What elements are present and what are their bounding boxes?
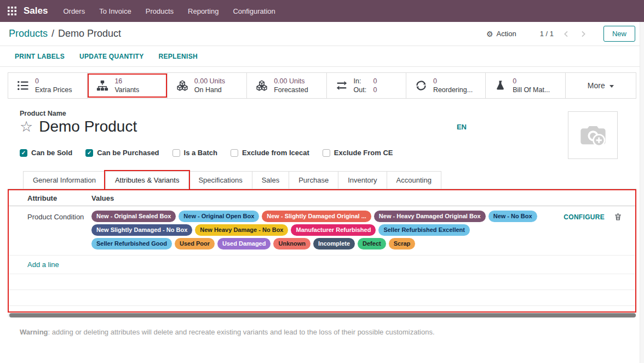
checkbox-label: Is a Batch [184, 149, 217, 157]
tab-specifications[interactable]: Specifications [188, 171, 252, 189]
unchecked-checkbox-box[interactable] [323, 149, 330, 157]
checkbox-is-a-batch[interactable]: Is a Batch [173, 149, 217, 157]
stat-button-in-out[interactable]: In:0Out:0 [327, 73, 406, 98]
tab-attributes-variants[interactable]: Attributes & Variants [105, 171, 189, 189]
nav-menu-configuration[interactable]: Configuration [233, 7, 275, 15]
attribute-value-tag[interactable]: Incomplete [313, 238, 355, 249]
stat-button-reordering[interactable]: 0Reordering... [406, 73, 486, 98]
favorite-star-icon[interactable]: ☆ [20, 120, 33, 134]
table-header-row: Attribute Values [9, 190, 635, 206]
breadcrumb-current: Demo Product [58, 28, 121, 39]
vertical-scrollbar[interactable] [640, 22, 644, 363]
checkbox-can-be-sold[interactable]: ✓Can be Sold [20, 149, 72, 157]
column-header-values[interactable]: Values [91, 194, 635, 202]
checkbox-label: Exclude From CE [334, 149, 393, 157]
checkbox-label: Exclude from Icecat [242, 149, 309, 157]
checked-checkbox-box[interactable]: ✓ [85, 149, 93, 157]
gear-icon: ⚙ [486, 30, 493, 38]
attribute-name[interactable]: Product Condition [27, 211, 91, 249]
warning-text: Warning: adding or deleting attributes w… [20, 328, 624, 336]
stat-value: 0 [513, 77, 550, 86]
empty-row [9, 274, 635, 290]
stat-text: 0Reordering... [433, 77, 473, 95]
stat-value: 0.00 Units [194, 77, 225, 86]
attribute-value-tag[interactable]: New - Slightly Damaged Original ... [262, 211, 371, 222]
action-menu-button[interactable]: ⚙ Action [486, 30, 516, 38]
attribute-value-tag[interactable]: Seller Refurbished Excellent [378, 224, 470, 236]
exchange-icon [336, 80, 348, 92]
tab-purchase[interactable]: Purchase [289, 171, 338, 189]
stat-button-variants[interactable]: 16Variants [88, 73, 167, 98]
stat-line-label: Out: [354, 86, 373, 94]
attribute-value-tag[interactable]: Seller Refurbished Good [91, 238, 172, 249]
attribute-value-tag[interactable]: New Heavy Damage - No Box [195, 224, 288, 236]
replenish-button[interactable]: REPLENISH [159, 53, 198, 60]
checkbox-label: Can be Sold [31, 149, 72, 157]
app-name[interactable]: Sales [24, 5, 48, 16]
attribute-value-tag[interactable]: Manufacturer Refurbished [291, 224, 376, 236]
product-name[interactable]: Demo Product [39, 118, 137, 135]
attribute-value-tag[interactable]: Used Poor [175, 238, 215, 249]
stat-label: On Hand [194, 86, 225, 94]
stat-text: 16Variants [114, 77, 139, 95]
trash-icon[interactable] [614, 213, 622, 221]
pager-next-button[interactable] [579, 30, 588, 38]
product-image-placeholder[interactable] [568, 111, 618, 159]
checkbox-exclude-from-ce[interactable]: Exclude From CE [323, 149, 393, 157]
checkbox-can-be-purchased[interactable]: ✓Can be Purchased [85, 149, 159, 157]
checked-checkbox-box[interactable]: ✓ [20, 149, 27, 157]
horizontal-scrollbar[interactable] [8, 313, 636, 317]
pager-counter: 1 / 1 [540, 30, 554, 38]
attribute-value-tag[interactable]: New - Original Sealed Box [91, 211, 176, 222]
tab-sales[interactable]: Sales [252, 171, 290, 189]
attribute-value-tag[interactable]: New - No Box [488, 211, 537, 222]
stat-button-forecasted[interactable]: 0.00 UnitsForecasted [247, 73, 326, 98]
stat-value: 0 [35, 77, 72, 86]
attribute-value-tag[interactable]: New - Original Open Box [179, 211, 259, 222]
attribute-value-tag[interactable]: Unknown [273, 238, 311, 249]
more-button[interactable]: More [566, 73, 636, 98]
nav-menu-to-invoice[interactable]: To Invoice [99, 7, 131, 15]
stat-label: Variants [114, 86, 139, 94]
column-header-attribute[interactable]: Attribute [27, 194, 91, 202]
print-labels-button[interactable]: PRINT LABELS [15, 53, 65, 60]
update-quantity-button[interactable]: UPDATE QUANTITY [79, 53, 144, 60]
attribute-value-tag[interactable]: New Slightly Damaged - No Box [91, 224, 192, 236]
add-a-line-link[interactable]: Add a line [27, 260, 59, 269]
stat-button-on-hand[interactable]: 0.00 UnitsOn Hand [168, 73, 247, 98]
checkbox-exclude-from-icecat[interactable]: Exclude from Icecat [231, 149, 309, 157]
attribute-row[interactable]: Product Condition New - Original Sealed … [9, 206, 635, 256]
product-form-sheet: 0Extra Prices16Variants0.00 UnitsOn Hand… [0, 67, 644, 336]
tab-accounting[interactable]: Accounting [387, 171, 441, 189]
horizontal-scrollbar-thumb[interactable] [9, 313, 636, 317]
unchecked-checkbox-box[interactable] [173, 149, 180, 157]
stat-value: 0 [373, 86, 377, 94]
stat-button-bill-of-mat[interactable]: 0Bill Of Mat... [486, 73, 565, 98]
refresh-icon [415, 80, 427, 92]
stat-line: In:0 [354, 77, 377, 86]
apps-menu-icon[interactable] [7, 5, 18, 16]
tab-general-information[interactable]: General Information [23, 171, 106, 189]
tab-inventory[interactable]: Inventory [338, 171, 387, 189]
nav-menu-reporting[interactable]: Reporting [188, 7, 219, 15]
breadcrumb-products-link[interactable]: Products [9, 28, 48, 39]
attribute-value-tag[interactable]: Used Damaged [217, 238, 271, 249]
stat-button-extra-prices[interactable]: 0Extra Prices [8, 73, 88, 98]
cubes-icon [256, 80, 268, 92]
attribute-value-tag[interactable]: New - Heavy Damaged Original Box [374, 211, 486, 222]
stat-line: Out:0 [354, 86, 377, 94]
statusbar-buttons: PRINT LABELSUPDATE QUANTITYREPLENISH [0, 46, 644, 67]
configure-button[interactable]: CONFIGURE [564, 213, 605, 221]
stat-button-row: 0Extra Prices16Variants0.00 UnitsOn Hand… [8, 72, 636, 99]
language-badge[interactable]: EN [457, 123, 467, 131]
action-label: Action [497, 30, 516, 38]
nav-menu-products[interactable]: Products [146, 7, 174, 15]
breadcrumb-separator: / [51, 28, 54, 39]
nav-menu-orders[interactable]: Orders [63, 7, 85, 15]
new-button[interactable]: New [603, 26, 635, 42]
attribute-value-tag[interactable]: Defect [358, 238, 386, 249]
attribute-value-tag[interactable]: Scrap [389, 238, 416, 249]
control-panel: Products / Demo Product ⚙ Action 1 / 1 N… [0, 22, 644, 46]
pager-previous-button[interactable] [562, 30, 571, 38]
unchecked-checkbox-box[interactable] [231, 149, 238, 157]
